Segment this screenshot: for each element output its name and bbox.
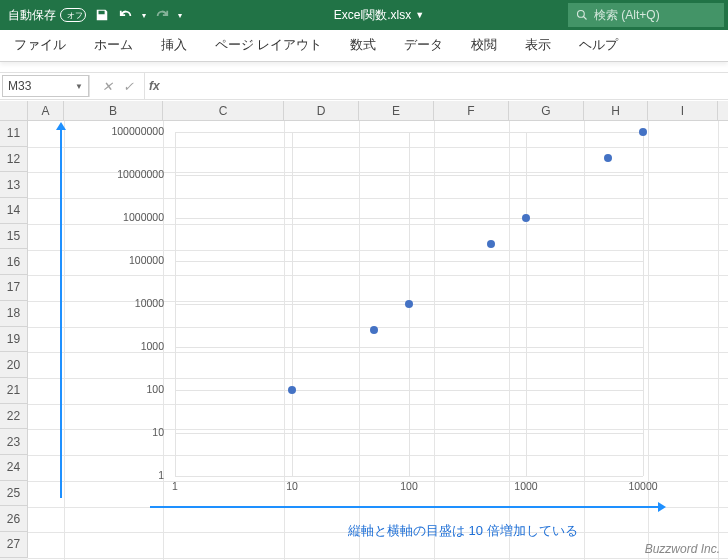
formula-bar-row: M33 ▼ ✕ ✓ fx bbox=[0, 72, 728, 100]
data-point bbox=[522, 214, 530, 222]
tab-review[interactable]: 校閲 bbox=[457, 30, 511, 61]
autosave-toggle[interactable]: 自動保存 オフ bbox=[8, 7, 86, 24]
watermark-label: Buzzword Inc. bbox=[645, 542, 720, 556]
col-header[interactable]: C bbox=[163, 101, 284, 120]
col-header[interactable]: I bbox=[648, 101, 718, 120]
col-header[interactable]: G bbox=[509, 101, 584, 120]
name-box-value: M33 bbox=[8, 79, 31, 93]
save-icon[interactable] bbox=[94, 7, 110, 23]
enter-icon: ✓ bbox=[123, 79, 134, 94]
search-icon bbox=[576, 9, 588, 21]
search-input[interactable]: 検索 (Alt+Q) bbox=[568, 3, 724, 27]
tab-help[interactable]: ヘルプ bbox=[565, 30, 632, 61]
tab-view[interactable]: 表示 bbox=[511, 30, 565, 61]
data-point bbox=[639, 128, 647, 136]
tab-file[interactable]: ファイル bbox=[0, 30, 80, 61]
window-title: Excel関数.xlsx ▼ bbox=[190, 7, 568, 24]
name-box[interactable]: M33 ▼ bbox=[2, 75, 90, 97]
toggle-off-pill: オフ bbox=[60, 8, 86, 22]
data-point bbox=[288, 386, 296, 394]
y-axis-arrow bbox=[60, 128, 62, 498]
qat-overflow-icon[interactable]: ▾ bbox=[178, 11, 182, 20]
search-placeholder: 検索 (Alt+Q) bbox=[594, 7, 660, 24]
row-header[interactable]: 18 bbox=[0, 301, 28, 327]
scatter-plot bbox=[175, 132, 643, 476]
row-header[interactable]: 23 bbox=[0, 429, 28, 455]
row-header[interactable]: 24 bbox=[0, 455, 28, 481]
row-header[interactable]: 25 bbox=[0, 481, 28, 507]
fx-icon[interactable]: fx bbox=[145, 73, 164, 99]
col-header[interactable]: H bbox=[584, 101, 648, 120]
row-header[interactable]: 16 bbox=[0, 249, 28, 275]
row-header[interactable]: 17 bbox=[0, 275, 28, 301]
tab-pagelayout[interactable]: ページ レイアウト bbox=[201, 30, 336, 61]
data-point bbox=[405, 300, 413, 308]
svg-line-1 bbox=[584, 17, 587, 20]
row-header[interactable]: 13 bbox=[0, 172, 28, 198]
col-header[interactable]: B bbox=[64, 101, 163, 120]
data-point bbox=[370, 326, 378, 334]
filename-label: Excel関数.xlsx bbox=[334, 7, 411, 24]
undo-icon[interactable] bbox=[118, 7, 134, 23]
row-header[interactable]: 22 bbox=[0, 404, 28, 430]
row-header[interactable]: 12 bbox=[0, 147, 28, 173]
tab-formula[interactable]: 数式 bbox=[336, 30, 390, 61]
redo-icon bbox=[154, 7, 170, 23]
chart-overlay: 縦軸と横軸の目盛は 10 倍増加している 1101001000100001000… bbox=[60, 128, 640, 528]
tab-data[interactable]: データ bbox=[390, 30, 457, 61]
chart-annotation: 縦軸と横軸の目盛は 10 倍増加している bbox=[348, 522, 578, 540]
chevron-down-icon[interactable]: ▼ bbox=[75, 82, 83, 91]
title-bar: 自動保存 オフ ▾ ▾ Excel関数.xlsx ▼ 検索 (Alt+Q) bbox=[0, 0, 728, 30]
data-point bbox=[604, 154, 612, 162]
undo-dropdown-icon[interactable]: ▾ bbox=[142, 11, 146, 20]
data-point bbox=[487, 240, 495, 248]
row-header[interactable]: 27 bbox=[0, 532, 28, 558]
col-header[interactable]: D bbox=[284, 101, 359, 120]
row-header[interactable]: 15 bbox=[0, 224, 28, 250]
select-all-corner[interactable] bbox=[0, 101, 28, 120]
col-header[interactable]: F bbox=[434, 101, 509, 120]
tab-home[interactable]: ホーム bbox=[80, 30, 147, 61]
autosave-label: 自動保存 bbox=[8, 7, 56, 24]
row-header[interactable]: 20 bbox=[0, 352, 28, 378]
formula-input[interactable] bbox=[164, 73, 728, 99]
tab-insert[interactable]: 挿入 bbox=[147, 30, 201, 61]
col-header[interactable]: E bbox=[359, 101, 434, 120]
column-headers: ABCDEFGHI bbox=[0, 101, 728, 121]
row-headers: 1112131415161718192021222324252627 bbox=[0, 121, 28, 560]
row-header[interactable]: 21 bbox=[0, 378, 28, 404]
row-header[interactable]: 11 bbox=[0, 121, 28, 147]
ribbon-tab-bar: ファイル ホーム 挿入 ページ レイアウト 数式 データ 校閲 表示 ヘルプ bbox=[0, 30, 728, 62]
formula-bar-buttons: ✕ ✓ bbox=[92, 73, 145, 99]
row-header[interactable]: 19 bbox=[0, 327, 28, 353]
row-header[interactable]: 26 bbox=[0, 506, 28, 532]
svg-point-0 bbox=[578, 11, 585, 18]
filename-dropdown-icon[interactable]: ▼ bbox=[415, 10, 424, 20]
row-header[interactable]: 14 bbox=[0, 198, 28, 224]
cancel-icon: ✕ bbox=[102, 79, 113, 94]
col-header[interactable]: A bbox=[28, 101, 64, 120]
x-axis-arrow bbox=[150, 506, 660, 508]
